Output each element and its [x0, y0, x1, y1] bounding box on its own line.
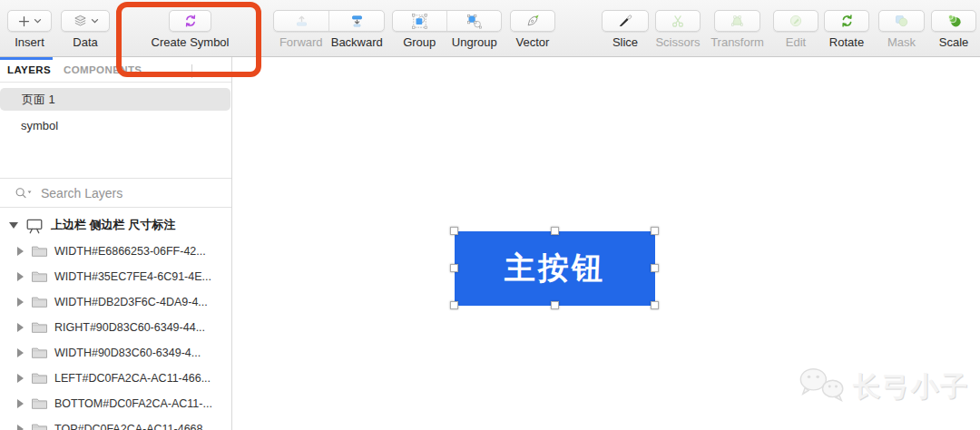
- slice-button[interactable]: Slice: [602, 0, 649, 57]
- chat-bubbles-icon: [797, 366, 849, 407]
- scissors-button[interactable]: Scissors: [655, 0, 701, 57]
- selection-handle-middle-right[interactable]: [651, 264, 659, 272]
- primary-button-layer[interactable]: 主按钮: [455, 231, 655, 306]
- selection-handle-top-right[interactable]: [651, 227, 659, 235]
- disclosure-expanded-icon[interactable]: [9, 222, 18, 229]
- selection-handle-middle-left[interactable]: [450, 264, 458, 272]
- primary-button-text: 主按钮: [505, 248, 605, 289]
- sketch-app-window: Insert Data: [0, 0, 980, 430]
- rotate-button[interactable]: Rotate: [824, 0, 869, 57]
- scale-button[interactable]: Scale: [931, 0, 976, 57]
- selection-handle-bottom-right[interactable]: [651, 301, 659, 309]
- disclosure-collapsed-icon[interactable]: [17, 323, 24, 332]
- forward-backward-group: Forward Backward: [273, 0, 385, 57]
- insert-button[interactable]: Insert: [7, 0, 52, 57]
- layer-name: BOTTOM#DC0FA2CA-AC11-...: [54, 397, 212, 410]
- artboard-tree-item[interactable]: 上边栏 侧边栏 尺寸标注: [0, 211, 232, 239]
- disclosure-collapsed-icon[interactable]: [17, 374, 24, 383]
- edit-button[interactable]: Edit: [773, 0, 818, 57]
- insert-button-face[interactable]: [7, 10, 52, 32]
- layer-row[interactable]: WIDTH#E6866253-06FF-42...: [0, 239, 232, 264]
- layer-row[interactable]: RIGHT#90D83C60-6349-44...: [0, 315, 232, 340]
- mask-button[interactable]: Mask: [878, 0, 925, 57]
- artboard-icon: [24, 217, 44, 234]
- folder-icon: [31, 346, 48, 360]
- selection-handle-top-center[interactable]: [551, 227, 559, 235]
- layer-row[interactable]: BOTTOM#DC0FA2CA-AC11-...: [0, 391, 232, 416]
- transform-button[interactable]: Transform: [714, 0, 760, 57]
- folder-icon: [31, 295, 48, 309]
- edit-button-face[interactable]: [773, 10, 818, 32]
- mask-icon: [893, 13, 910, 29]
- transform-label: Transform: [710, 35, 764, 49]
- move-backward-icon: [349, 14, 365, 29]
- page-row-page1[interactable]: 页面 1: [0, 88, 230, 111]
- scale-circles-icon: [946, 13, 963, 29]
- layer-row[interactable]: WIDTH#35EC7FE4-6C91-4E...: [0, 264, 232, 289]
- transform-button-face[interactable]: [714, 10, 760, 32]
- selection-handle-bottom-center[interactable]: [551, 301, 559, 309]
- rotate-arrows-icon: [838, 13, 856, 29]
- folder-icon: [31, 269, 48, 284]
- disclosure-collapsed-icon[interactable]: [17, 399, 24, 408]
- layer-name: RIGHT#90D83C60-6349-44...: [54, 321, 205, 334]
- folder-icon: [31, 371, 48, 386]
- layer-row[interactable]: WIDTH#DB2D3F6C-4DA9-4...: [0, 289, 232, 315]
- layer-name: WIDTH#90D83C60-6349-4...: [54, 347, 201, 359]
- artboard-name: 上边栏 侧边栏 尺寸标注: [51, 217, 175, 233]
- layer-name: WIDTH#DB2D3F6C-4DA9-4...: [54, 296, 208, 308]
- plus-icon: [17, 15, 31, 28]
- slice-label: Slice: [612, 35, 638, 49]
- edit-icon: [788, 13, 804, 29]
- move-forward-icon: [294, 14, 309, 29]
- disclosure-collapsed-icon[interactable]: [17, 425, 24, 430]
- rotate-button-face[interactable]: [824, 10, 869, 32]
- tab-layers[interactable]: LAYERS: [7, 64, 51, 75]
- group-button[interactable]: [393, 11, 446, 31]
- selection-handle-bottom-left[interactable]: [450, 301, 458, 309]
- highlight-annotation-box: [116, 2, 261, 77]
- chevron-down-icon: [91, 18, 99, 24]
- folder-icon: [31, 422, 48, 430]
- watermark: 长弓小子: [797, 366, 969, 407]
- ungroup-label: Ungroup: [452, 35, 497, 49]
- layer-row[interactable]: WIDTH#90D83C60-6349-4...: [0, 340, 232, 366]
- layer-name: WIDTH#E6866253-06FF-42...: [54, 245, 206, 258]
- scissors-button-face[interactable]: [655, 10, 701, 32]
- knife-icon: [617, 13, 633, 29]
- watermark-text: 长弓小子: [853, 368, 969, 406]
- layer-row[interactable]: LEFT#DC0FA2CA-AC11-466...: [0, 366, 232, 391]
- group-ungroup-group: Group Ungroup: [392, 0, 502, 57]
- search-input[interactable]: [41, 186, 204, 200]
- mask-button-face[interactable]: [878, 10, 925, 32]
- layer-name: LEFT#DC0FA2CA-AC11-466...: [54, 372, 211, 385]
- data-button-face[interactable]: [61, 10, 110, 32]
- folder-icon: [31, 320, 48, 335]
- vector-button-face[interactable]: [510, 10, 555, 32]
- disclosure-collapsed-icon[interactable]: [17, 348, 24, 357]
- layer-row[interactable]: TOP#DC0FA2CA-AC11-4668...: [0, 416, 232, 430]
- search-layers-field[interactable]: [0, 178, 232, 208]
- layers-stack-icon: [73, 14, 88, 28]
- selection-handle-top-left[interactable]: [450, 227, 458, 235]
- ungroup-icon: [466, 13, 483, 30]
- disclosure-collapsed-icon[interactable]: [17, 272, 24, 281]
- scissors-label: Scissors: [655, 35, 700, 49]
- page-row-symbol[interactable]: symbol: [0, 114, 230, 137]
- folder-icon: [31, 244, 48, 259]
- group-icon: [411, 13, 428, 30]
- layer-name: WIDTH#35EC7FE4-6C91-4E...: [54, 270, 211, 283]
- scale-button-face[interactable]: [931, 10, 976, 32]
- chevron-down-icon: [34, 18, 42, 24]
- disclosure-collapsed-icon[interactable]: [17, 298, 24, 307]
- backward-button[interactable]: [328, 11, 384, 31]
- disclosure-collapsed-icon[interactable]: [17, 247, 24, 256]
- scale-label: Scale: [939, 35, 969, 49]
- ungroup-button[interactable]: [446, 11, 501, 31]
- folder-icon: [31, 396, 48, 411]
- slice-button-face[interactable]: [602, 10, 649, 32]
- forward-button[interactable]: [274, 11, 328, 31]
- data-button[interactable]: Data: [61, 0, 110, 57]
- rotate-label: Rotate: [829, 35, 864, 49]
- vector-button[interactable]: Vector: [510, 0, 555, 57]
